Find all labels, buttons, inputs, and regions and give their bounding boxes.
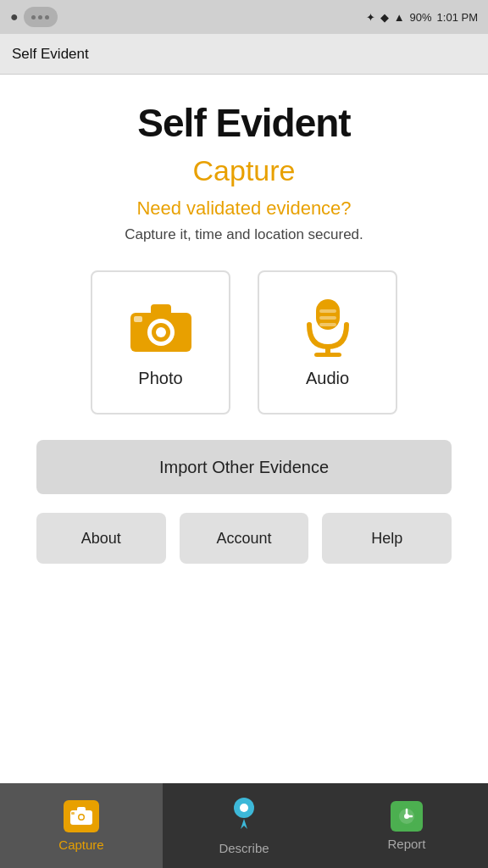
subtitle: Capture it, time and location secured. [125, 226, 363, 243]
svg-point-3 [156, 327, 166, 337]
camera-icon [127, 298, 195, 360]
bluetooth-icon: ✦ [366, 11, 375, 24]
svg-point-18 [240, 804, 248, 812]
svg-point-21 [404, 814, 409, 819]
mic-icon [294, 298, 362, 360]
svg-rect-10 [319, 316, 336, 320]
svg-rect-16 [71, 812, 75, 815]
svg-point-14 [80, 815, 84, 819]
nav-capture-icon [64, 800, 99, 832]
about-button[interactable]: About [36, 513, 166, 564]
capture-row: Photo Audio [20, 270, 468, 415]
import-button[interactable]: Import Other Evidence [36, 440, 452, 494]
account-button[interactable]: Account [180, 513, 309, 564]
tagline: Need validated evidence? [136, 198, 351, 220]
svg-rect-5 [134, 316, 142, 322]
status-bar: ● ✦ ◆ ▲ 90% 1:01 PM [0, 0, 488, 34]
app-title: Self Evident [137, 100, 350, 146]
location-icon: ● [10, 9, 19, 25]
svg-rect-9 [319, 309, 336, 313]
help-button[interactable]: Help [322, 513, 452, 564]
svg-rect-4 [151, 304, 171, 315]
audio-label: Audio [306, 369, 349, 388]
time-text: 1:01 PM [437, 11, 478, 24]
nav-describe[interactable]: Describe [163, 783, 325, 868]
overflow-button[interactable] [24, 7, 58, 27]
signal-icon: ▲ [394, 11, 405, 24]
nav-capture-label: Capture [58, 837, 103, 852]
nav-describe-icon [230, 797, 258, 836]
photo-label: Photo [138, 369, 182, 388]
nav-report-icon [391, 801, 423, 832]
svg-rect-15 [77, 807, 86, 812]
battery-text: 90% [410, 11, 432, 24]
main-content: Self Evident Capture Need validated evid… [0, 75, 488, 581]
title-bar-label: Self Evident [12, 46, 89, 63]
wifi-icon: ◆ [380, 11, 389, 24]
audio-tile[interactable]: Audio [258, 270, 397, 415]
nav-capture[interactable]: Capture [0, 783, 163, 868]
nav-report[interactable]: Report [325, 783, 488, 868]
photo-tile[interactable]: Photo [91, 270, 230, 415]
svg-rect-8 [314, 353, 341, 357]
capture-heading: Capture [193, 154, 296, 187]
nav-describe-label: Describe [219, 841, 269, 855]
nav-report-label: Report [387, 837, 425, 851]
secondary-actions: About Account Help [36, 513, 452, 564]
title-bar: Self Evident [0, 34, 488, 75]
bottom-nav: Capture Describe Report [0, 783, 488, 868]
svg-rect-11 [319, 323, 336, 326]
